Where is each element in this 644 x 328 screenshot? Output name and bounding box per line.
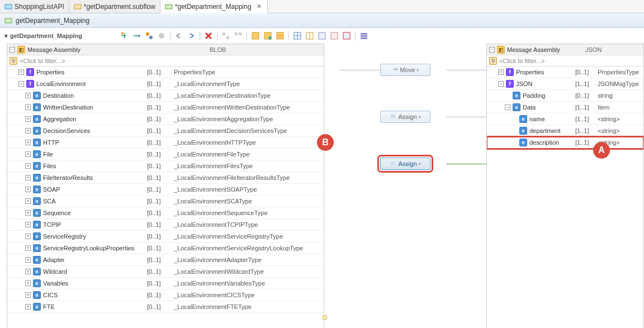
- expand-icon[interactable]: +: [25, 304, 31, 310]
- expand-icon[interactable]: +: [25, 269, 31, 274]
- expand-icon[interactable]: +: [25, 234, 31, 239]
- row-name: CICS: [43, 292, 58, 298]
- expand-icon[interactable]: +: [25, 140, 31, 145]
- tree-row[interactable]: +eSOAP[0..1]_LocalEnvironmentSOAPType: [7, 184, 324, 196]
- properties-button[interactable]: [358, 30, 370, 41]
- row-cardinality: [0..1]: [147, 174, 174, 181]
- expand-icon[interactable]: +: [25, 187, 31, 192]
- remove-button[interactable]: [341, 30, 352, 41]
- collapse-icon[interactable]: −: [498, 81, 504, 87]
- connection-anchor[interactable]: [323, 315, 327, 320]
- collapse-icon[interactable]: −: [10, 47, 15, 53]
- tree-row[interactable]: +fProperties[0..1]PropertiesType: [487, 66, 643, 78]
- row-cardinality: [0..1]: [147, 163, 174, 169]
- add-io-button[interactable]: [144, 30, 155, 41]
- tab-mapping[interactable]: *getDepartment_Mapping ✕: [160, 0, 268, 13]
- row-type: _LocalEnvironmentAdapterType: [174, 256, 321, 263]
- expand-icon[interactable]: +: [25, 257, 31, 263]
- expand-icon[interactable]: +: [25, 281, 31, 286]
- tree-row[interactable]: +eSCA[0..1]_LocalEnvironmentSCAType: [7, 196, 324, 207]
- tree-row[interactable]: edepartment[1..1]<string>: [487, 125, 643, 137]
- tree-row[interactable]: +eHTTP[0..1]_LocalEnvironmentHTTPType: [7, 137, 324, 149]
- move-transform[interactable]: Move ▾: [380, 64, 430, 76]
- expand-icon[interactable]: +: [25, 292, 31, 298]
- add-output-button[interactable]: [131, 30, 143, 41]
- collapse-icon[interactable]: −: [489, 47, 495, 53]
- tree-row[interactable]: −fJSON[1..1]JSONMsgType: [487, 78, 643, 90]
- expand-icon[interactable]: +: [498, 69, 504, 75]
- tab-shoppinglistapi[interactable]: ShoppingListAPI: [0, 0, 69, 13]
- element-icon: e: [33, 232, 41, 240]
- table2-button[interactable]: [329, 30, 340, 41]
- tree-row[interactable]: +eServiceRegistryLookupProperties[0..1]_…: [7, 243, 324, 254]
- row-name: Variables: [43, 280, 68, 287]
- tree-row[interactable]: +eWrittenDestination[0..1]_LocalEnvironm…: [7, 102, 324, 113]
- element-icon: e: [33, 303, 41, 311]
- delete-button[interactable]: [203, 30, 214, 41]
- row-type: _LocalEnvironmentType: [174, 80, 321, 87]
- input-filter[interactable]: ⚲ <Click to filter...>: [7, 55, 324, 66]
- expand-icon[interactable]: +: [18, 69, 24, 75]
- add-input-button[interactable]: [119, 30, 130, 41]
- collapse-icon[interactable]: −: [18, 81, 24, 87]
- element-icon: e: [519, 139, 527, 146]
- tree-row[interactable]: +eDecisionServices[0..1]_LocalEnvironmen…: [7, 125, 324, 137]
- expand-icon[interactable]: +: [25, 128, 31, 134]
- tree-row[interactable]: +eWildcard[0..1]_LocalEnvironmentWildcar…: [7, 266, 324, 278]
- expand-icon[interactable]: +: [25, 175, 31, 180]
- grid-button[interactable]: [292, 30, 303, 41]
- move-icon: [392, 66, 399, 74]
- tree-row[interactable]: +eFileIteratorResults[0..1]_LocalEnviron…: [7, 172, 324, 184]
- tree-row[interactable]: +eDestination[0..1]_LocalEnvironmentDest…: [7, 90, 324, 102]
- tree-row[interactable]: +fProperties[0..1]PropertiesType: [7, 66, 324, 78]
- expand-icon[interactable]: +: [25, 116, 31, 122]
- tree-row[interactable]: +eAdapter[0..1]_LocalEnvironmentAdapterT…: [7, 254, 324, 266]
- row-name: JSON: [516, 80, 532, 87]
- output-filter[interactable]: ⚲ <Click to filter...>: [487, 55, 643, 66]
- table-button[interactable]: [316, 30, 328, 41]
- tree-row[interactable]: +eFTE[0..1]_LocalEnvironmentFTEType: [7, 301, 324, 313]
- new-both-button[interactable]: [274, 30, 286, 41]
- assign-transform-2[interactable]: Assign ▾: [380, 158, 430, 170]
- tree-row[interactable]: −eData[1..1]Item: [487, 102, 643, 113]
- tree-row[interactable]: +eAggregation[0..1]_LocalEnvironmentAggr…: [7, 113, 324, 125]
- remove-io-button[interactable]: [156, 30, 167, 41]
- element-icon: e: [33, 103, 41, 111]
- match-button[interactable]: [233, 30, 244, 41]
- tree-row[interactable]: +eServiceRegistry[0..1]_LocalEnvironment…: [7, 231, 324, 243]
- tree-row[interactable]: −fLocalEnvironment[0..1]_LocalEnvironmen…: [7, 78, 324, 90]
- tree-row[interactable]: +eFiles[0..1]_LocalEnvironmentFilesType: [7, 160, 324, 172]
- breadcrumb[interactable]: ▾ getDepartment_Mapping: [4, 32, 82, 40]
- tree-row[interactable]: +eVariables[0..1]_LocalEnvironmentVariab…: [7, 278, 324, 289]
- grid2-button[interactable]: [304, 30, 315, 41]
- dropdown-icon[interactable]: ▾: [419, 161, 421, 167]
- expand-icon[interactable]: +: [25, 198, 31, 204]
- new-output-button[interactable]: [262, 30, 273, 41]
- undo-button[interactable]: [173, 30, 184, 41]
- tab-subflow[interactable]: *getDepartment.subflow: [69, 0, 160, 13]
- folder-icon: f: [506, 80, 514, 88]
- new-input-button[interactable]: [250, 30, 261, 41]
- automap-button[interactable]: [220, 30, 231, 41]
- tree-row[interactable]: +eTCPIP[0..1]_LocalEnvironmentTCPIPType: [7, 219, 324, 231]
- expand-icon[interactable]: +: [25, 151, 31, 157]
- tree-row[interactable]: ename[1..1]<string>: [487, 113, 643, 125]
- row-cardinality: [0..1]: [147, 116, 174, 122]
- expand-icon[interactable]: +: [25, 104, 31, 110]
- dropdown-icon[interactable]: ▾: [419, 115, 421, 120]
- expand-icon[interactable]: +: [25, 222, 31, 227]
- tree-row[interactable]: +eSequence[0..1]_LocalEnvironmentSequenc…: [7, 207, 324, 219]
- tree-row[interactable]: +eFile[0..1]_LocalEnvironmentFileType: [7, 149, 324, 160]
- close-icon[interactable]: ✕: [256, 3, 263, 10]
- tree-row[interactable]: +eCICS[0..1]_LocalEnvironmentCICSType: [7, 289, 324, 301]
- expand-icon[interactable]: +: [25, 93, 31, 98]
- tree-row[interactable]: ePadding[0..1]string: [487, 90, 643, 102]
- collapse-icon[interactable]: −: [505, 104, 510, 110]
- dropdown-icon[interactable]: ▾: [416, 68, 419, 73]
- redo-button[interactable]: [186, 30, 197, 41]
- expand-icon[interactable]: +: [25, 163, 31, 169]
- assign-transform-1[interactable]: Assign ▾: [380, 111, 430, 123]
- tree-row[interactable]: edescription[1..1]<string>: [487, 137, 643, 149]
- expand-icon[interactable]: +: [25, 245, 31, 251]
- expand-icon[interactable]: +: [25, 210, 31, 216]
